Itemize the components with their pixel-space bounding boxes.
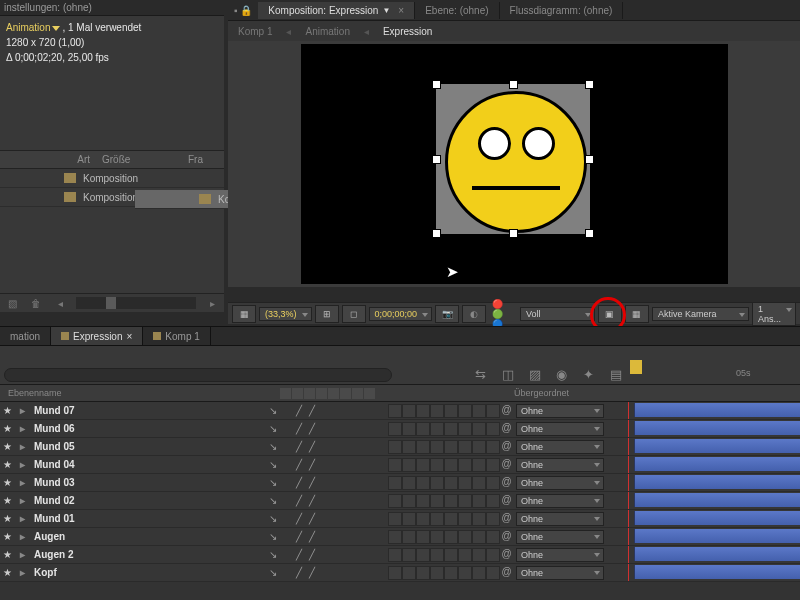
mode-box[interactable]: [472, 494, 486, 508]
lock-switch[interactable]: ╱: [305, 512, 318, 525]
col-layername[interactable]: Ebenenname: [0, 388, 276, 398]
channel-button[interactable]: ◐: [462, 305, 486, 323]
mode-box[interactable]: [472, 476, 486, 490]
parent-dropdown[interactable]: Ohne: [516, 548, 604, 562]
fx-switch[interactable]: [279, 530, 292, 543]
mode-box[interactable]: [416, 458, 430, 472]
fx-switch[interactable]: [279, 422, 292, 435]
layer-row[interactable]: ★▸Mund 01↘╱╱@Ohne: [0, 510, 800, 528]
switch-header-icon[interactable]: [328, 388, 339, 399]
handle[interactable]: [432, 80, 441, 89]
shy-switch[interactable]: ↘: [266, 404, 279, 417]
lock-switch[interactable]: ╱: [305, 530, 318, 543]
lock-switch[interactable]: ╱: [305, 476, 318, 489]
lock-switch[interactable]: ╱: [305, 440, 318, 453]
fx-switch[interactable]: [279, 404, 292, 417]
solo-switch[interactable]: ╱: [292, 494, 305, 507]
layer-bar-area[interactable]: [624, 456, 800, 473]
mode-box[interactable]: [444, 566, 458, 580]
switch-header-icon[interactable]: [304, 388, 315, 399]
visibility-icon[interactable]: ★: [0, 495, 14, 506]
layer-row[interactable]: ★▸Mund 03↘╱╱@Ohne: [0, 474, 800, 492]
pickwhip-icon[interactable]: @: [500, 422, 513, 435]
col-fra[interactable]: Fra: [182, 154, 224, 165]
mode-box[interactable]: [402, 512, 416, 526]
layer-clip[interactable]: [634, 439, 800, 453]
layer-clip[interactable]: [634, 403, 800, 417]
visibility-icon[interactable]: ★: [0, 549, 14, 560]
breadcrumb-item[interactable]: Expression: [383, 26, 432, 37]
timecode[interactable]: 0;00;00;00: [369, 307, 433, 321]
layer-clip[interactable]: [634, 547, 800, 561]
mode-box[interactable]: [416, 476, 430, 490]
tab-komposition-expression[interactable]: Komposition: Expression▼×: [258, 2, 415, 19]
handle[interactable]: [585, 229, 594, 238]
mode-box[interactable]: [458, 440, 472, 454]
visibility-icon[interactable]: ★: [0, 423, 14, 434]
pickwhip-icon[interactable]: @: [500, 512, 513, 525]
pickwhip-icon[interactable]: @: [500, 458, 513, 471]
mode-box[interactable]: [458, 458, 472, 472]
mode-box[interactable]: [430, 530, 444, 544]
mode-box[interactable]: [444, 422, 458, 436]
mode-box[interactable]: [486, 512, 500, 526]
col-art[interactable]: Art: [0, 154, 96, 165]
twirl-icon[interactable]: ▸: [20, 549, 28, 560]
mode-box[interactable]: [430, 548, 444, 562]
mode-box[interactable]: [388, 404, 402, 418]
shy-switch[interactable]: ↘: [266, 494, 279, 507]
mode-box[interactable]: [388, 512, 402, 526]
mode-box[interactable]: [416, 512, 430, 526]
shy-switch[interactable]: ↘: [266, 566, 279, 579]
views-dropdown[interactable]: 1 Ans...: [752, 302, 796, 326]
mode-box[interactable]: [444, 404, 458, 418]
tab-mation[interactable]: mation: [0, 327, 51, 345]
layer-clip[interactable]: [634, 511, 800, 525]
mode-box[interactable]: [486, 530, 500, 544]
mode-box[interactable]: [388, 440, 402, 454]
roi-button[interactable]: ▣: [598, 305, 622, 323]
mode-box[interactable]: [402, 530, 416, 544]
parent-dropdown[interactable]: Ohne: [516, 404, 604, 418]
solo-switch[interactable]: ╱: [292, 440, 305, 453]
mode-box[interactable]: [458, 494, 472, 508]
layer-clip[interactable]: [634, 565, 800, 579]
shy-switch[interactable]: ↘: [266, 458, 279, 471]
scrollbar[interactable]: [76, 297, 196, 309]
solo-switch[interactable]: ╱: [292, 512, 305, 525]
mode-box[interactable]: [416, 530, 430, 544]
bpc-icon[interactable]: ▧: [4, 296, 20, 310]
layer-row[interactable]: ★▸Augen↘╱╱@Ohne: [0, 528, 800, 546]
fx-switch[interactable]: [279, 440, 292, 453]
twirl-icon[interactable]: ▸: [20, 531, 28, 542]
mode-box[interactable]: [416, 404, 430, 418]
shy-switch[interactable]: ↘: [266, 476, 279, 489]
layer-row[interactable]: ★▸Mund 05↘╱╱@Ohne: [0, 438, 800, 456]
breadcrumb-item[interactable]: Animation: [305, 26, 349, 37]
camera-dropdown[interactable]: Aktive Kamera: [652, 307, 749, 321]
lock-switch[interactable]: ╱: [305, 494, 318, 507]
switch-header-icon[interactable]: [280, 388, 291, 399]
brainstorm-icon[interactable]: ✦: [580, 366, 597, 383]
mode-box[interactable]: [486, 404, 500, 418]
layer-bar-area[interactable]: [624, 402, 800, 419]
shy-switch[interactable]: ↘: [266, 548, 279, 561]
pickwhip-icon[interactable]: @: [500, 494, 513, 507]
solo-switch[interactable]: ╱: [292, 566, 305, 579]
mode-box[interactable]: [444, 494, 458, 508]
playhead[interactable]: [630, 360, 642, 374]
mode-box[interactable]: [430, 512, 444, 526]
twirl-icon[interactable]: ▸: [20, 441, 28, 452]
parent-dropdown[interactable]: Ohne: [516, 458, 604, 472]
shy-switch[interactable]: ↘: [266, 512, 279, 525]
twirl-icon[interactable]: ▸: [20, 477, 28, 488]
mode-box[interactable]: [486, 422, 500, 436]
tab-expression[interactable]: Expression×: [51, 327, 143, 345]
resolution-dropdown[interactable]: Voll: [520, 307, 595, 321]
mode-box[interactable]: [486, 494, 500, 508]
mask-button[interactable]: ◻: [342, 305, 366, 323]
transparency-button[interactable]: ▦: [625, 305, 649, 323]
mode-box[interactable]: [416, 440, 430, 454]
shy-switch[interactable]: ↘: [266, 530, 279, 543]
fx-switch[interactable]: [279, 512, 292, 525]
